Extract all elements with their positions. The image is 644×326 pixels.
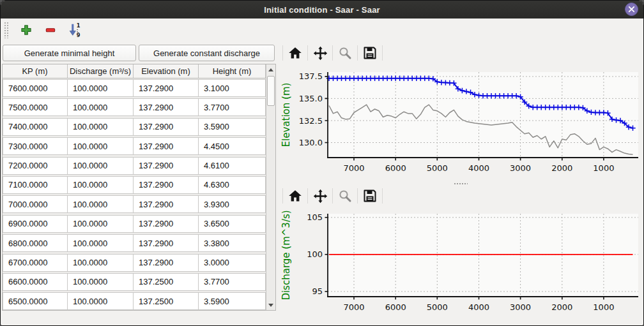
table-cell[interactable]: 6700.0000 bbox=[3, 254, 68, 272]
table-scrollbar[interactable] bbox=[266, 64, 275, 310]
table-cell[interactable]: 7100.0000 bbox=[3, 176, 68, 194]
table-cell[interactable]: 100.0000 bbox=[68, 273, 134, 291]
table-cell[interactable]: 3.3800 bbox=[199, 234, 266, 252]
table-cell[interactable]: 137.2900 bbox=[134, 118, 199, 136]
main-toolbar: 1 9 bbox=[1, 19, 643, 41]
table-cell[interactable]: 100.0000 bbox=[68, 98, 134, 116]
table-cell[interactable]: 137.2900 bbox=[134, 254, 199, 272]
table-cell[interactable]: 4.6100 bbox=[199, 157, 266, 175]
table-cell[interactable]: 137.2500 bbox=[134, 292, 199, 310]
table-cell[interactable]: 100.0000 bbox=[68, 118, 134, 136]
table-row: 6900.0000100.0000137.29003.6500 bbox=[3, 215, 275, 233]
table-body: 7600.0000100.0000137.29003.10007500.0000… bbox=[3, 78, 275, 310]
table-cell[interactable]: 3.0000 bbox=[199, 254, 266, 272]
table-cell[interactable]: 3.6500 bbox=[199, 215, 266, 233]
sort-numeric-icon: 1 9 bbox=[68, 22, 82, 38]
table-cell[interactable]: 3.7700 bbox=[199, 273, 266, 291]
close-button[interactable] bbox=[625, 3, 638, 16]
table-cell[interactable]: 7400.0000 bbox=[3, 118, 68, 136]
svg-text:4000: 4000 bbox=[468, 302, 489, 312]
add-row-button[interactable] bbox=[18, 22, 34, 38]
table-cell[interactable]: 100.0000 bbox=[68, 234, 134, 252]
zoom-button[interactable] bbox=[335, 44, 355, 62]
magnifier-icon bbox=[338, 189, 352, 203]
table-cell[interactable]: 4.6300 bbox=[199, 176, 266, 194]
table-cell[interactable]: 6500.0000 bbox=[3, 292, 68, 310]
column-header[interactable]: KP (m) bbox=[3, 64, 68, 78]
table-cell[interactable]: 137.2900 bbox=[134, 98, 199, 116]
save-floppy-icon bbox=[363, 46, 377, 60]
titlebar[interactable]: Initial condition - Saar - Saar bbox=[1, 1, 643, 19]
table-cell[interactable]: 7600.0000 bbox=[3, 79, 68, 97]
close-icon bbox=[628, 6, 635, 13]
svg-text:5000: 5000 bbox=[427, 302, 448, 312]
pan-button[interactable] bbox=[310, 44, 330, 62]
minus-icon bbox=[44, 24, 57, 36]
toolbar-drag-handle[interactable] bbox=[4, 22, 9, 38]
column-header[interactable]: Height (m) bbox=[199, 64, 266, 78]
table-cell[interactable]: 7200.0000 bbox=[3, 157, 68, 175]
table-cell[interactable]: 3.5900 bbox=[199, 118, 266, 136]
scrollbar-track[interactable] bbox=[266, 75, 275, 300]
scroll-down-button[interactable] bbox=[266, 300, 276, 310]
scroll-up-button[interactable] bbox=[266, 64, 276, 75]
table-cell[interactable]: 137.2900 bbox=[134, 215, 199, 233]
table-cell[interactable]: 137.2900 bbox=[134, 79, 199, 97]
table-cell[interactable]: 100.0000 bbox=[68, 157, 134, 175]
table-cell[interactable]: 100.0000 bbox=[68, 292, 134, 310]
table-cell[interactable]: 3.1000 bbox=[199, 79, 266, 97]
svg-text:Elevation (m): Elevation (m) bbox=[280, 83, 292, 147]
svg-text:6000: 6000 bbox=[385, 302, 406, 312]
table-cell[interactable]: 3.7700 bbox=[199, 98, 266, 116]
home-button[interactable] bbox=[286, 44, 305, 62]
svg-text:1000: 1000 bbox=[593, 302, 614, 312]
table-row: 7500.0000100.0000137.29003.7700 bbox=[3, 98, 275, 116]
scrollbar-thumb[interactable] bbox=[267, 76, 275, 106]
column-header[interactable]: Elevation (m) bbox=[134, 64, 199, 78]
table-cell[interactable]: 137.2900 bbox=[134, 137, 199, 155]
table-cell[interactable]: 6800.0000 bbox=[3, 234, 68, 252]
save-button[interactable] bbox=[360, 187, 379, 205]
svg-text:7000: 7000 bbox=[343, 302, 364, 312]
column-header[interactable]: Discharge (m³/s) bbox=[68, 64, 134, 78]
table-row: 7100.0000100.0000137.29004.6300 bbox=[3, 176, 275, 194]
table-cell[interactable]: 7300.0000 bbox=[3, 137, 68, 155]
table-cell[interactable]: 137.2500 bbox=[134, 273, 199, 291]
table-cell[interactable]: 4.4500 bbox=[199, 137, 266, 155]
table-row: 6700.0000100.0000137.29003.0000 bbox=[3, 254, 275, 272]
table-cell[interactable]: 7000.0000 bbox=[3, 195, 68, 213]
table-cell[interactable]: 6900.0000 bbox=[3, 215, 68, 233]
svg-text:1: 1 bbox=[77, 22, 80, 29]
table-cell[interactable]: 3.9300 bbox=[199, 195, 266, 213]
table-cell[interactable]: 137.2900 bbox=[134, 176, 199, 194]
sort-rows-button[interactable]: 1 9 bbox=[66, 22, 83, 38]
table-cell[interactable]: 137.2900 bbox=[134, 195, 199, 213]
table-cell[interactable]: 6600.0000 bbox=[3, 273, 68, 291]
table-cell[interactable]: 100.0000 bbox=[68, 176, 134, 194]
table-row: 7000.0000100.0000137.29003.9300 bbox=[3, 195, 275, 213]
table-cell[interactable]: 100.0000 bbox=[68, 137, 134, 155]
table-cell[interactable]: 7500.0000 bbox=[3, 98, 68, 116]
table-cell[interactable]: 100.0000 bbox=[68, 195, 134, 213]
table-cell[interactable]: 100.0000 bbox=[68, 79, 134, 97]
table-cell[interactable]: 100.0000 bbox=[68, 215, 134, 233]
elevation-chart[interactable]: 7000600050004000300020001000130.0132.513… bbox=[278, 63, 643, 179]
svg-text:135.0: 135.0 bbox=[299, 94, 323, 103]
save-button[interactable] bbox=[360, 44, 379, 62]
svg-text:7000: 7000 bbox=[343, 163, 364, 173]
generate-minimal-height-button[interactable]: Generate minimal height bbox=[3, 45, 136, 61]
elevation-chart-toolbar bbox=[278, 43, 643, 63]
remove-row-button[interactable] bbox=[42, 22, 59, 38]
table-cell[interactable]: 3.5900 bbox=[199, 292, 266, 310]
discharge-chart[interactable]: 700060005000400030002000100095100105Disc… bbox=[278, 206, 643, 320]
table-cell[interactable]: 100.0000 bbox=[68, 254, 134, 272]
svg-text:2000: 2000 bbox=[551, 163, 572, 173]
zoom-button[interactable] bbox=[335, 187, 355, 205]
generate-constant-discharge-button[interactable]: Generate constant discharge bbox=[139, 45, 275, 61]
home-button[interactable] bbox=[286, 187, 305, 205]
pan-button[interactable] bbox=[310, 187, 330, 205]
triangle-up-icon bbox=[268, 68, 273, 71]
svg-text:4000: 4000 bbox=[468, 163, 489, 173]
table-cell[interactable]: 137.2900 bbox=[134, 234, 199, 252]
table-cell[interactable]: 137.2900 bbox=[134, 157, 199, 175]
